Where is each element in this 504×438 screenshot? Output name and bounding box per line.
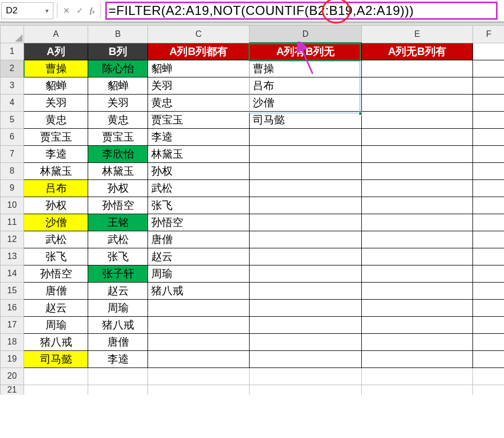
row-header[interactable]: 1 bbox=[1, 43, 24, 60]
cell[interactable] bbox=[473, 43, 505, 60]
col-header-F[interactable]: F bbox=[473, 26, 505, 43]
cell[interactable]: 曹操 bbox=[24, 60, 88, 77]
row-header[interactable]: 8 bbox=[1, 162, 24, 179]
cell[interactable] bbox=[362, 248, 473, 265]
cell[interactable]: B列 bbox=[88, 43, 148, 60]
cell[interactable] bbox=[473, 214, 505, 231]
row-header[interactable]: 14 bbox=[1, 265, 24, 282]
cell[interactable] bbox=[473, 162, 505, 179]
cell[interactable]: 孙权 bbox=[148, 162, 250, 179]
cell[interactable]: 猪八戒 bbox=[148, 282, 250, 299]
cell[interactable] bbox=[250, 162, 362, 179]
cell[interactable]: 黄忠 bbox=[148, 94, 250, 111]
cell[interactable] bbox=[362, 265, 473, 282]
cell[interactable]: 张飞 bbox=[24, 248, 88, 265]
cell[interactable]: 唐僧 bbox=[148, 231, 250, 248]
cell[interactable] bbox=[250, 333, 362, 350]
cell[interactable] bbox=[250, 231, 362, 248]
cancel-icon[interactable] bbox=[63, 6, 70, 15]
cell[interactable] bbox=[362, 282, 473, 299]
cell[interactable] bbox=[250, 385, 362, 395]
cell[interactable] bbox=[473, 77, 505, 94]
cell[interactable]: 猪八戒 bbox=[24, 333, 88, 350]
cell[interactable]: 赵云 bbox=[24, 299, 88, 316]
col-header-E[interactable]: E bbox=[362, 26, 473, 43]
cell[interactable]: 周瑜 bbox=[88, 299, 148, 316]
fx-icon[interactable]: fx bbox=[90, 6, 95, 15]
cell[interactable] bbox=[362, 94, 473, 111]
cell[interactable] bbox=[473, 299, 505, 316]
cell[interactable]: 黄忠 bbox=[24, 111, 88, 128]
row-header[interactable]: 18 bbox=[1, 333, 24, 350]
cell[interactable]: 张飞 bbox=[88, 248, 148, 265]
cell[interactable] bbox=[148, 299, 250, 316]
cell[interactable]: 林黛玉 bbox=[148, 145, 250, 162]
cell[interactable] bbox=[473, 60, 505, 77]
cell[interactable]: A列 bbox=[24, 43, 88, 60]
cell[interactable]: 李逵 bbox=[24, 145, 88, 162]
cell[interactable] bbox=[148, 385, 250, 395]
cell[interactable] bbox=[362, 333, 473, 350]
cell[interactable] bbox=[473, 248, 505, 265]
cell[interactable] bbox=[473, 197, 505, 214]
col-header-C[interactable]: C bbox=[148, 26, 250, 43]
cell[interactable] bbox=[362, 385, 473, 395]
cell[interactable]: 武松 bbox=[88, 231, 148, 248]
row-header[interactable]: 12 bbox=[1, 231, 24, 248]
cell[interactable] bbox=[362, 77, 473, 94]
cell[interactable]: 孙悟空 bbox=[88, 197, 148, 214]
cell[interactable]: 周瑜 bbox=[148, 265, 250, 282]
cell[interactable]: A列B列都有 bbox=[148, 43, 250, 60]
cell[interactable] bbox=[473, 282, 505, 299]
name-box[interactable]: D2 ▼ bbox=[1, 2, 53, 19]
row-header[interactable]: 13 bbox=[1, 248, 24, 265]
enter-icon[interactable] bbox=[76, 6, 83, 15]
cell[interactable]: 貂蝉 bbox=[148, 60, 250, 77]
row-header[interactable]: 17 bbox=[1, 316, 24, 333]
cell[interactable]: A列无B列有 bbox=[362, 43, 473, 60]
cell[interactable] bbox=[362, 367, 473, 385]
cell[interactable] bbox=[362, 316, 473, 333]
cell[interactable] bbox=[250, 197, 362, 214]
cell[interactable]: 关羽 bbox=[24, 94, 88, 111]
cell[interactable] bbox=[250, 128, 362, 145]
cell[interactable]: 王铭 bbox=[88, 214, 148, 231]
row-header[interactable]: 16 bbox=[1, 299, 24, 316]
cell[interactable] bbox=[473, 94, 505, 111]
cell[interactable] bbox=[148, 316, 250, 333]
cell[interactable]: 关羽 bbox=[148, 77, 250, 94]
cell[interactable] bbox=[24, 385, 88, 395]
formula-input-area[interactable]: =FILTER(A2:A19,NOT(COUNTIF(B2:B19,A2:A19… bbox=[101, 0, 504, 21]
cell[interactable]: 陈心怡 bbox=[88, 60, 148, 77]
cell[interactable] bbox=[250, 265, 362, 282]
cell[interactable] bbox=[362, 162, 473, 179]
cell[interactable] bbox=[473, 128, 505, 145]
cell[interactable] bbox=[473, 145, 505, 162]
cell[interactable]: 孙悟空 bbox=[148, 214, 250, 231]
cell[interactable]: 唐僧 bbox=[88, 333, 148, 350]
cell[interactable] bbox=[250, 248, 362, 265]
cell[interactable]: 曹操 bbox=[250, 60, 362, 77]
cell[interactable]: A列有B列无 bbox=[250, 43, 362, 60]
cell[interactable] bbox=[473, 265, 505, 282]
cell[interactable] bbox=[362, 179, 473, 197]
row-header[interactable]: 15 bbox=[1, 282, 24, 299]
cell[interactable]: 貂蝉 bbox=[88, 77, 148, 94]
cell[interactable]: 赵云 bbox=[88, 282, 148, 299]
cell[interactable]: 孙权 bbox=[88, 179, 148, 197]
cell[interactable]: 沙僧 bbox=[24, 214, 88, 231]
cell[interactable] bbox=[250, 367, 362, 385]
row-header[interactable]: 4 bbox=[1, 94, 24, 111]
row-header[interactable]: 19 bbox=[1, 350, 24, 367]
row-header[interactable]: 2 bbox=[1, 60, 24, 77]
cell[interactable] bbox=[148, 350, 250, 367]
cell[interactable]: 唐僧 bbox=[24, 282, 88, 299]
cell[interactable]: 沙僧 bbox=[250, 94, 362, 111]
cell[interactable] bbox=[362, 197, 473, 214]
cell[interactable] bbox=[148, 333, 250, 350]
cell[interactable] bbox=[24, 367, 88, 385]
cell[interactable]: 吕布 bbox=[250, 77, 362, 94]
cell[interactable]: 贾宝玉 bbox=[24, 128, 88, 145]
cell[interactable] bbox=[473, 350, 505, 367]
cell[interactable]: 武松 bbox=[148, 179, 250, 197]
